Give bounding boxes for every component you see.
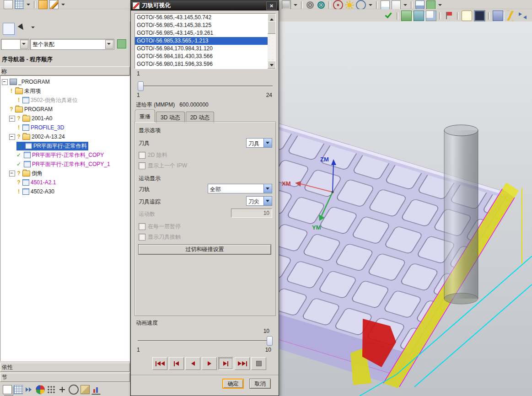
sheet-icon[interactable]: [392, 0, 401, 10]
go-to-start-button[interactable]: [152, 357, 167, 370]
chevrons-icon[interactable]: [25, 385, 34, 394]
goto-line[interactable]: GOTO/-56.984,170.984,31.120: [135, 45, 268, 53]
go-to-end-button[interactable]: [235, 357, 250, 370]
goto-line[interactable]: GOTO/-56.985,-43.145,38.125: [135, 21, 268, 29]
tree-item-chamfer[interactable]: 倒角: [0, 169, 129, 178]
assembly-filter-icon[interactable]: [117, 39, 126, 48]
checkbox-show-ipw[interactable]: 显示上一个 IPW: [139, 162, 187, 170]
details-panel-header[interactable]: 节: [0, 373, 130, 382]
plus-icon[interactable]: [58, 385, 67, 394]
goto-list[interactable]: GOTO/-56.985,-43.145,50.742 GOTO/-56.985…: [134, 13, 276, 69]
tool-cylinder[interactable]: [444, 125, 478, 304]
crosshair-icon[interactable]: [69, 385, 79, 395]
gear-icon[interactable]: [306, 0, 315, 10]
close-icon[interactable]: ×: [266, 1, 277, 10]
tree-item-pr-normal[interactable]: PR平面平行-正常作料: [0, 141, 129, 150]
play-forward-button[interactable]: [202, 357, 217, 370]
dialog-titlebar[interactable]: 刀轨可视化 ×: [131, 0, 279, 11]
check-green-icon[interactable]: [383, 11, 394, 21]
tree-item-pr-copy[interactable]: PR平面平行-正常作料_COPY: [0, 150, 129, 160]
goto-line[interactable]: GOTO/-56.985,-43.145,50.742: [135, 14, 268, 21]
toolpath-combo[interactable]: 全部: [208, 184, 272, 193]
stack-green-icon[interactable]: [401, 11, 412, 21]
cancel-button[interactable]: 取消: [249, 379, 271, 389]
animation-speed-thumb[interactable]: [267, 336, 273, 346]
line-slider-thumb[interactable]: [138, 81, 144, 91]
gouge-collision-settings-button[interactable]: 过切和碰撞设置: [138, 244, 271, 255]
dependencies-panel-header[interactable]: 依性: [0, 363, 130, 372]
stack-blue-icon[interactable]: [493, 11, 503, 21]
caret-icon[interactable]: [293, 0, 298, 10]
tree-item-profile-3d[interactable]: PROFILE_3D: [0, 123, 129, 132]
tree-item-program[interactable]: PROGRAM: [0, 105, 129, 114]
sun-icon[interactable]: [345, 0, 354, 10]
stop-button[interactable]: [251, 357, 266, 370]
wheel-icon[interactable]: [317, 0, 326, 10]
flag-icon[interactable]: [444, 11, 454, 21]
cascade-icon[interactable]: [3, 23, 15, 35]
checkbox-icon[interactable]: [139, 223, 145, 230]
chevron-down-icon[interactable]: [263, 184, 272, 193]
collapse-icon[interactable]: [9, 116, 15, 122]
tab-replay[interactable]: 重播: [135, 110, 155, 122]
bolt-icon[interactable]: [505, 11, 516, 21]
monitor-icon[interactable]: [474, 10, 485, 21]
scrollbar[interactable]: [268, 14, 275, 69]
collapse-icon[interactable]: [9, 134, 15, 140]
goto-line[interactable]: GOTO/-56.980,181.596,33.596: [135, 60, 268, 68]
tree-item-2002-a[interactable]: 2002-A-13.24: [0, 132, 129, 141]
checkbox-show-tool-contact[interactable]: 显示刀具接触: [139, 233, 181, 241]
navigator-filter-combo[interactable]: [1, 39, 29, 50]
tree-item-4501[interactable]: 4501-A2.1: [0, 178, 129, 187]
chart-icon[interactable]: [91, 385, 101, 395]
caret-icon[interactable]: [403, 0, 408, 10]
chevron-down-icon[interactable]: [105, 40, 113, 49]
checkbox-icon[interactable]: [139, 234, 145, 241]
caret-icon[interactable]: [26, 0, 31, 9]
motion-count-field[interactable]: 10: [231, 209, 272, 218]
goto-line-selected[interactable]: GOTO/-56.985,33.565,-1.213: [135, 37, 268, 45]
cube-icon[interactable]: [282, 0, 291, 10]
circle-icon[interactable]: [356, 0, 366, 10]
caret-icon[interactable]: [60, 0, 66, 9]
caret-icon[interactable]: [30, 23, 42, 35]
checkbox-pause-each-level[interactable]: 在每一层暂停: [139, 223, 181, 230]
sheet-icon[interactable]: [4, 0, 13, 9]
chevron-down-icon[interactable]: [263, 197, 272, 205]
program-tree[interactable]: _PROGRAM 未用项 3502-倒角治具避位 PROGRAM 2001-A0…: [0, 75, 130, 361]
chevron-down-icon[interactable]: [20, 40, 28, 49]
dots-icon[interactable]: [47, 385, 56, 394]
grid-icon[interactable]: [14, 385, 23, 394]
grid-icon[interactable]: [15, 0, 24, 9]
checkbox-icon[interactable]: [139, 162, 145, 169]
sheets-icon[interactable]: [3, 385, 12, 394]
stack-teal-icon[interactable]: [414, 11, 424, 21]
collapse-icon[interactable]: [2, 79, 8, 85]
step-forward-button[interactable]: [218, 357, 233, 370]
step-back-button[interactable]: [169, 357, 184, 370]
line-slider-track[interactable]: [138, 86, 273, 86]
play-reverse-button[interactable]: [185, 357, 200, 370]
scroll-down-icon[interactable]: [268, 61, 276, 69]
animation-speed-track[interactable]: [138, 340, 273, 341]
scroll-up-icon[interactable]: [268, 14, 276, 21]
chat-icon[interactable]: [462, 11, 472, 21]
collapse-icon[interactable]: [9, 171, 15, 177]
tree-item-3502[interactable]: 3502-倒角治具避位: [0, 96, 129, 105]
tree-column-header[interactable]: 称: [0, 66, 130, 75]
swap-icon[interactable]: [517, 11, 528, 21]
sheet-grid-icon[interactable]: [426, 11, 436, 21]
tree-item-4502[interactable]: 4502-A30: [0, 187, 129, 196]
pencil-icon[interactable]: [49, 0, 59, 9]
pinwheel-icon[interactable]: [36, 385, 45, 394]
goto-line[interactable]: GOTO/-56.985,-43.145,-19.261: [135, 29, 268, 37]
target-icon[interactable]: [333, 0, 343, 10]
chevron-down-icon[interactable]: [263, 139, 272, 147]
scrollbar-thumb[interactable]: [268, 21, 276, 34]
note-icon[interactable]: [381, 0, 390, 10]
checkbox-2d-removal[interactable]: 2D 除料: [139, 151, 167, 159]
tree-item-unused[interactable]: 未用项: [0, 86, 129, 96]
beaker-icon[interactable]: [415, 0, 425, 10]
caret-icon[interactable]: [368, 0, 373, 10]
select-arrow-icon[interactable]: [16, 23, 28, 35]
